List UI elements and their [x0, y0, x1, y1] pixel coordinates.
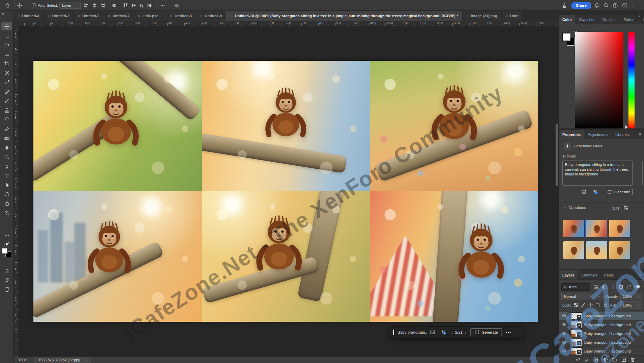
- generated-image-1[interactable]: [33, 61, 202, 191]
- crop-tool[interactable]: [1, 59, 12, 68]
- variation-thumbnail-1[interactable]: [563, 220, 584, 237]
- variation-thumbnail-2[interactable]: [586, 220, 607, 237]
- link-layers-icon[interactable]: [575, 357, 581, 362]
- clone-stamp-tool[interactable]: [1, 106, 12, 114]
- layer-visibility-toggle[interactable]: [559, 312, 570, 320]
- healing-tool[interactable]: [1, 88, 12, 96]
- vertical-scrollbar[interactable]: [556, 124, 558, 186]
- document-info-field[interactable]: 1506 px x 780 px (72 ppi) ›: [34, 357, 91, 363]
- move-tool[interactable]: [1, 22, 12, 30]
- panel-tab-swatches[interactable]: Swatches: [576, 15, 599, 24]
- panel-tab-paths[interactable]: Paths: [601, 270, 617, 280]
- filter-type-layers-icon[interactable]: T: [610, 284, 616, 290]
- object-selection-tool[interactable]: [1, 50, 12, 58]
- help-button[interactable]: ?: [613, 0, 618, 11]
- layer-style-icon[interactable]: fx: [585, 357, 588, 362]
- add-mask-icon[interactable]: [593, 357, 598, 362]
- workspace-settings-button[interactable]: [174, 0, 180, 11]
- layer-row[interactable]: Baby orangut...l background: [559, 338, 644, 347]
- generated-image-4[interactable]: [33, 191, 202, 322]
- variation-thumbnail-5[interactable]: [586, 241, 607, 259]
- blend-mode-dropdown[interactable]: Normal: [561, 293, 603, 300]
- document-tab[interactable]: ×Untitled-7: [104, 11, 134, 21]
- panel-menu-icon[interactable]: ≡: [639, 272, 641, 277]
- panel-menu-icon[interactable]: ≡: [639, 132, 641, 137]
- marquee-tool[interactable]: [1, 32, 12, 40]
- filter-smart-objects-icon[interactable]: [626, 284, 632, 290]
- notifications-button[interactable]: [594, 0, 599, 11]
- new-layer-icon[interactable]: [621, 357, 626, 362]
- generative-tools-button[interactable]: [1, 285, 12, 293]
- distribute-v-button[interactable]: [147, 0, 153, 11]
- delete-layer-icon[interactable]: [630, 357, 636, 362]
- generate-button[interactable]: Generate: [470, 328, 502, 336]
- document-tab[interactable]: ×Untitled-9: [196, 11, 226, 21]
- document-tab[interactable]: ×Untitled-8: [166, 11, 196, 21]
- layer-visibility-toggle[interactable]: [559, 347, 570, 356]
- share-button[interactable]: Share: [571, 0, 591, 11]
- hand-tool[interactable]: [1, 199, 12, 208]
- variations-header[interactable]: Variations: [563, 205, 586, 210]
- document-tab[interactable]: ×Untitled-6: [74, 11, 104, 21]
- tab-close-icon[interactable]: ×: [48, 14, 50, 18]
- eyedropper-tool[interactable]: [1, 78, 12, 87]
- tab-close-icon[interactable]: ×: [506, 14, 508, 18]
- tab-close-icon[interactable]: ×: [138, 14, 140, 18]
- toolbar-collapse-button[interactable]: »: [2, 11, 4, 16]
- opacity-dropdown[interactable]: 100%: [620, 293, 642, 300]
- panel-tab-gradient[interactable]: Gradient: [599, 15, 620, 24]
- filter-adjustment-layers-icon[interactable]: [601, 284, 607, 290]
- frame-tool[interactable]: [1, 69, 12, 77]
- document-tab[interactable]: ×image (23).png: [462, 11, 502, 21]
- reference-image-icon[interactable]: [427, 330, 438, 335]
- swap-colors-button[interactable]: [1, 240, 12, 248]
- document-canvas[interactable]: [33, 61, 538, 322]
- panel-tab-adjustments[interactable]: Adjustments: [584, 130, 612, 139]
- layer-visibility-toggle[interactable]: [559, 329, 570, 338]
- lock-all-icon[interactable]: [603, 302, 608, 308]
- grid-view-icon[interactable]: [623, 205, 628, 210]
- document-tab[interactable]: ×Untitled-3: [44, 11, 74, 21]
- reference-image-icon[interactable]: [581, 189, 587, 195]
- tab-close-icon[interactable]: ×: [108, 14, 110, 18]
- panel-tab-layers[interactable]: Layers: [559, 270, 578, 280]
- layer-thumbnail[interactable]: [571, 339, 582, 346]
- filter-shape-layers-icon[interactable]: [618, 284, 624, 290]
- saturation-brightness-field[interactable]: [575, 32, 623, 128]
- auto-select-checkbox[interactable]: ✓: [32, 0, 36, 11]
- saturation-picker-ring[interactable]: [574, 31, 577, 34]
- layer-row[interactable]: Baby orangut...l background: [559, 320, 644, 329]
- panel-tab-properties[interactable]: Properties: [559, 130, 584, 139]
- document-tab[interactable]: ×Untit: [502, 11, 523, 21]
- search-button[interactable]: [603, 0, 609, 11]
- align-top-button[interactable]: [123, 0, 128, 11]
- generated-image-6[interactable]: [370, 191, 538, 322]
- lock-transparency-icon[interactable]: [573, 302, 579, 308]
- dodge-tool[interactable]: [1, 153, 12, 161]
- zoom-tool[interactable]: [1, 209, 12, 217]
- document-tab[interactable]: ×Leila.psd...: [134, 11, 166, 21]
- foreground-color-swatch[interactable]: [562, 33, 570, 41]
- new-adjustment-layer-icon[interactable]: [603, 357, 608, 362]
- lasso-tool[interactable]: [1, 41, 12, 49]
- tab-close-icon[interactable]: ×: [170, 14, 172, 18]
- taskbar-drag-handle[interactable]: [393, 330, 394, 335]
- layer-row[interactable]: Baby orangut...l background: [559, 312, 644, 320]
- lock-paint-icon[interactable]: [581, 302, 586, 308]
- align-left-button[interactable]: [84, 0, 89, 11]
- tab-close-icon[interactable]: ×: [230, 14, 232, 18]
- layer-visibility-toggle[interactable]: [559, 320, 570, 329]
- document-tab[interactable]: ×Untitled-4: [14, 11, 44, 21]
- generated-image-2[interactable]: [202, 61, 370, 191]
- tab-close-icon[interactable]: ×: [466, 14, 468, 18]
- generate-button[interactable]: Generate: [603, 188, 633, 196]
- transparency-check-icon[interactable]: [438, 330, 449, 335]
- prompt-textarea[interactable]: Baby orangutan sitting in a tree at a ca…: [562, 161, 633, 186]
- align-center-h-button[interactable]: [92, 0, 97, 11]
- auto-select-dropdown[interactable]: Layer: [59, 0, 80, 11]
- history-brush-tool[interactable]: [1, 116, 12, 124]
- panel-scrollbar[interactable]: [642, 161, 643, 185]
- variation-thumbnail-6[interactable]: [609, 241, 630, 259]
- distribute-h-button[interactable]: [111, 0, 117, 11]
- layer-thumbnail[interactable]: [571, 312, 582, 320]
